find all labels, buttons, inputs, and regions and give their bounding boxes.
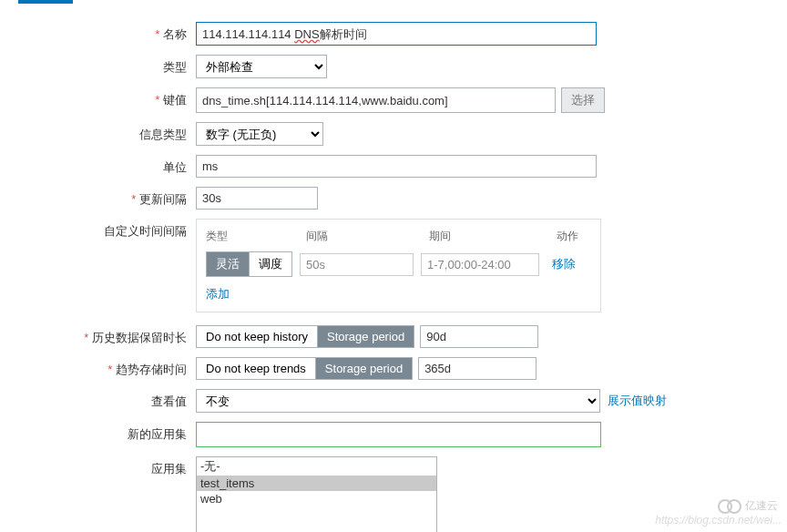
update-interval-input[interactable]: [196, 187, 318, 210]
history-value-input[interactable]: [420, 325, 538, 348]
trends-label: 趋势存储时间: [9, 357, 196, 378]
new-app-input[interactable]: [199, 426, 598, 444]
history-label: 历史数据保留时长: [9, 325, 196, 346]
list-item[interactable]: -无-: [197, 457, 436, 476]
name-input[interactable]: 114.114.114.114 DNS解析时间: [196, 22, 597, 46]
history-nokeep-button[interactable]: Do not keep history: [197, 326, 317, 347]
flexible-button[interactable]: 灵活: [207, 252, 249, 276]
header-action: 动作: [557, 229, 578, 244]
dns-text: DNS: [294, 27, 319, 41]
watermark-text: https://blog.csdn.net/wei...: [655, 514, 782, 527]
header-period: 期间: [429, 229, 557, 244]
type-label: 类型: [9, 55, 196, 76]
new-app-wrapper: [196, 422, 601, 447]
header-type: 类型: [206, 229, 306, 244]
new-app-label: 新的应用集: [9, 422, 196, 443]
trends-value-input[interactable]: [418, 357, 537, 380]
unit-label: 单位: [9, 155, 196, 176]
info-type-label: 信息类型: [9, 122, 196, 143]
custom-interval-box: 类型 间隔 期间 动作 灵活 调度 移除 添加: [196, 219, 601, 312]
key-label: 键值: [9, 87, 196, 108]
info-type-select[interactable]: 数字 (无正负): [196, 122, 323, 146]
select-button[interactable]: 选择: [561, 87, 605, 113]
interval-input[interactable]: [300, 253, 414, 276]
unit-input[interactable]: [196, 155, 597, 178]
schedule-button[interactable]: 调度: [249, 252, 291, 276]
add-link[interactable]: 添加: [206, 287, 230, 301]
trends-nokeep-button[interactable]: Do not keep trends: [197, 358, 315, 379]
list-item[interactable]: web: [197, 491, 436, 506]
header-interval: 间隔: [306, 229, 429, 244]
list-item[interactable]: test_items: [197, 476, 436, 491]
remove-link[interactable]: 移除: [552, 256, 576, 272]
trends-storage-button[interactable]: Storage period: [315, 358, 412, 379]
view-map-link[interactable]: 展示值映射: [608, 393, 667, 409]
view-label: 查看值: [9, 389, 196, 410]
brand-logo: 亿速云: [718, 498, 778, 514]
appset-label: 应用集: [9, 456, 196, 477]
appset-listbox[interactable]: -无- test_items web: [196, 456, 437, 532]
view-select[interactable]: 不变: [196, 389, 600, 413]
type-select[interactable]: 外部检查: [196, 55, 327, 78]
interval-type-group: 灵活 调度: [206, 251, 292, 277]
name-label: 名称: [9, 22, 196, 43]
update-interval-label: 更新间隔: [9, 187, 196, 208]
custom-interval-label: 自定义时间间隔: [9, 219, 196, 240]
history-storage-button[interactable]: Storage period: [317, 326, 414, 347]
period-input[interactable]: [421, 253, 539, 276]
key-input[interactable]: [196, 87, 556, 113]
